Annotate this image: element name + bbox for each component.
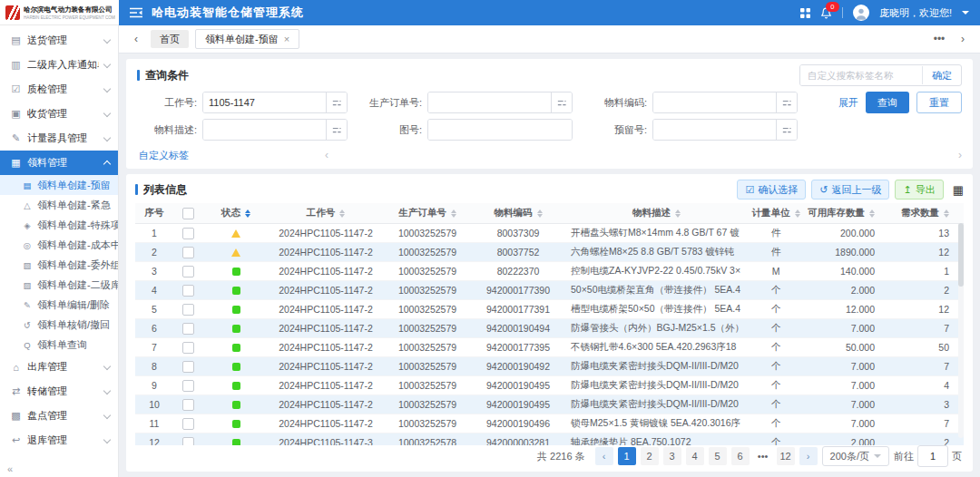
sort-icon[interactable] (537, 209, 543, 218)
page-button[interactable]: 12 (777, 447, 795, 465)
material-code-picker-icon[interactable] (776, 92, 797, 112)
work-no-picker-icon[interactable] (326, 92, 347, 112)
work-no-input[interactable] (203, 92, 326, 112)
tab-close-icon[interactable]: × (284, 34, 289, 44)
drawing-no-input[interactable] (428, 120, 572, 140)
sidebar-collapse-icon[interactable]: « (7, 463, 13, 474)
table-row[interactable]: 122024HPC1105-1147-310003252578942000003… (135, 433, 964, 445)
expand-link[interactable]: 展开 (838, 96, 858, 110)
header-checkbox[interactable] (182, 208, 194, 219)
prev-page-button[interactable]: ‹ (595, 447, 613, 465)
user-avatar[interactable] (853, 5, 869, 21)
sort-icon[interactable] (245, 209, 250, 218)
sidebar-item-create-reserve[interactable]: ▤领料单创建-预留 (0, 175, 118, 195)
row-checkbox[interactable] (182, 361, 194, 373)
tab-requisition-reserve[interactable]: 领料单创建-预留 × (195, 29, 299, 49)
row-checkbox[interactable] (182, 228, 194, 239)
confirm-select-button[interactable]: ☑ 确认选择 (737, 180, 806, 200)
material-desc-picker-icon[interactable] (326, 120, 347, 140)
table-row[interactable]: 52024HPC1105-1147-2100032525799420001773… (135, 300, 964, 319)
page-button[interactable]: ••• (754, 447, 772, 465)
table-row[interactable]: 82024HPC1105-1147-2100032525799420001904… (135, 357, 964, 376)
sidebar-item-delivery[interactable]: ▤送货管理 (0, 28, 118, 53)
custom-tag-name-input[interactable] (800, 65, 922, 85)
page-button[interactable]: 1 (618, 447, 636, 465)
tabs-scroll-left-icon[interactable]: ‹ (128, 33, 144, 45)
sidebar-item-secondary-inbound-notice[interactable]: ▥二级库入库通知单 (0, 53, 118, 77)
sidebar-item-transfer[interactable]: ⇄转储管理 (0, 379, 118, 404)
sidebar-item-material-requisition[interactable]: ▦领料管理 (0, 151, 118, 175)
sidebar-item-outbound[interactable]: ⌂出库管理 (0, 355, 118, 379)
reset-button[interactable]: 重置 (916, 92, 962, 113)
search-button[interactable]: 查询 (866, 92, 909, 113)
page-size-select[interactable]: 200条/页 (822, 446, 889, 466)
material-code-input[interactable] (653, 92, 776, 112)
order-no-picker-icon[interactable] (551, 92, 572, 112)
sidebar-item-create-urgent[interactable]: △领料单创建-紧急 (0, 195, 118, 215)
custom-tag-link[interactable]: 自定义标签 (139, 149, 189, 162)
page-button[interactable]: 4 (686, 447, 704, 465)
table-row[interactable]: 72024HPC1105-1147-2100032525799420001773… (135, 338, 964, 357)
menu-collapse-icon[interactable] (130, 7, 142, 18)
user-menu-caret-icon[interactable] (962, 11, 969, 15)
page-button[interactable]: 5 (709, 447, 727, 465)
sidebar-item-create-cost-center[interactable]: ◎领料单创建-成本中心 (0, 235, 118, 255)
sort-icon[interactable] (675, 209, 681, 218)
tab-home[interactable]: 首页 (151, 30, 189, 48)
sidebar-item-stocktaking[interactable]: ▩盘点管理 (0, 404, 118, 428)
table-row[interactable]: 32024HPC1105-1147-21000325257980222370控制… (135, 262, 964, 281)
row-checkbox[interactable] (182, 266, 194, 277)
sidebar-item-writeoff-withdraw[interactable]: ↺领料单核销/撤回 (0, 315, 118, 335)
row-checkbox[interactable] (182, 418, 194, 430)
sort-icon[interactable] (795, 209, 800, 218)
tabs-scroll-right-icon[interactable]: › (955, 33, 971, 45)
vertical-scrollbar-thumb[interactable] (958, 223, 964, 287)
sidebar-item-measuring-tools[interactable]: ✎计量器具管理 (0, 126, 118, 151)
vertical-scrollbar[interactable] (958, 223, 964, 438)
row-checkbox[interactable] (182, 285, 194, 297)
sidebar-item-query[interactable]: Q领料单查询 (0, 335, 118, 355)
reserve-no-picker-icon[interactable] (776, 120, 797, 140)
sidebar-item-receiving[interactable]: ▣收货管理 (0, 102, 118, 126)
next-page-button[interactable]: › (799, 447, 818, 465)
apps-grid-icon[interactable] (800, 8, 810, 18)
row-checkbox[interactable] (182, 247, 194, 258)
reserve-no-input[interactable] (653, 120, 776, 140)
row-checkbox[interactable] (182, 437, 194, 446)
page-button[interactable]: 6 (731, 447, 750, 465)
back-up-level-button[interactable]: ↺ 返回上一级 (811, 180, 889, 200)
table-row[interactable]: 22024HPC1105-1147-21000325257980037752六角… (135, 243, 964, 262)
table-row[interactable]: 92024HPC1105-1147-2100032525799420001904… (135, 376, 964, 395)
tags-scroll-left-icon[interactable]: ‹ (325, 149, 328, 161)
sidebar-item-edit-delete[interactable]: ✎领料单编辑/删除 (0, 295, 118, 315)
sort-icon[interactable] (339, 209, 345, 218)
tags-scroll-right-icon[interactable]: › (958, 149, 962, 161)
row-checkbox[interactable] (182, 399, 194, 411)
tag-confirm-button[interactable]: 确定 (922, 66, 961, 84)
sort-icon[interactable] (451, 209, 456, 218)
row-checkbox[interactable] (182, 323, 194, 335)
page-button[interactable]: 2 (641, 447, 659, 465)
table-row[interactable]: 42024HPC1105-1147-2100032525799420001773… (135, 281, 964, 300)
table-row[interactable]: 62024HPC1105-1147-2100032525799420001904… (135, 319, 964, 338)
export-button[interactable]: ↥ 导出 (895, 180, 943, 200)
sort-icon[interactable] (869, 209, 875, 218)
sidebar-item-create-secondary[interactable]: ▨领料单创建-二级库 (0, 275, 118, 295)
material-desc-input[interactable] (203, 120, 326, 140)
order-no-input[interactable] (428, 92, 551, 112)
tabs-more-icon[interactable]: ••• (931, 33, 947, 45)
table-row[interactable]: 102024HPC1105-1147-210003252579942000190… (135, 395, 964, 414)
sidebar-item-create-special-project[interactable]: ◈领料单创建-特殊项目 (0, 215, 118, 235)
row-checkbox[interactable] (182, 304, 194, 316)
page-button[interactable]: 3 (663, 447, 681, 465)
sidebar-item-quality[interactable]: ☑质检管理 (0, 77, 118, 102)
sidebar-item-create-outsourced[interactable]: ▧领料单创建-委外组件 (0, 255, 118, 275)
row-checkbox[interactable] (182, 380, 194, 392)
table-row[interactable]: 12024HPC1105-1147-21000325257980037309开槽… (135, 224, 964, 243)
sidebar-item-return[interactable]: ↩退库管理 (0, 428, 118, 453)
column-settings-icon[interactable]: ▦ (953, 183, 964, 197)
notification-bell-icon[interactable]: 0 (820, 7, 832, 19)
row-checkbox[interactable] (182, 342, 194, 354)
jump-page-input[interactable] (917, 445, 948, 467)
sort-icon[interactable] (944, 209, 949, 218)
